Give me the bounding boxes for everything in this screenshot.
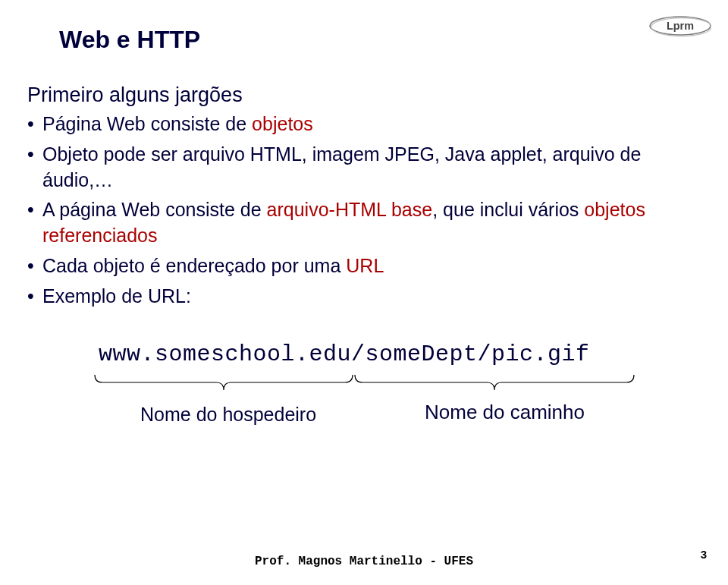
accent-text: arquivo-HTML base [267,199,433,220]
bullet-item: Exemplo de URL: [27,284,698,310]
logo-lprm: Lprm [649,14,711,41]
host-label: Nome do hospedeiro [140,404,316,426]
bullet-list: Página Web consiste de objetos Objeto po… [27,112,698,309]
bullet-text: , que inclui vários [432,199,584,220]
path-label: Nome do caminho [425,401,585,424]
footer-text: Prof. Magnos Martinello - UFES [0,555,728,568]
bullet-item: A página Web consiste de arquivo-HTML ba… [27,197,698,249]
brace-host-icon [91,373,356,395]
page-title: Web e HTTP [59,26,200,54]
subheading: Primeiro alguns jargões [27,83,698,107]
url-text: www.someschool.edu/someDept/pic.gif [99,341,629,367]
bullet-text: A página Web consiste de [42,199,267,220]
bullet-text: Cada objeto é endereçado por uma [42,255,346,276]
accent-text: objetos [252,113,313,134]
page-number: 3 [701,548,707,561]
url-example-block: www.someschool.edu/someDept/pic.gif Nome… [99,341,629,367]
accent-text: URL [346,255,384,276]
svg-text:Lprm: Lprm [667,20,694,32]
bullet-item: Página Web consiste de objetos [27,112,698,137]
bullet-item: Objeto pode ser arquivo HTML, imagem JPE… [27,142,698,193]
bullet-text: Página Web consiste de [42,113,252,134]
content-area: Primeiro alguns jargões Página Web consi… [27,83,698,313]
bullet-item: Cada objeto é endereçado por uma URL [27,253,698,279]
brace-path-icon [351,373,638,395]
